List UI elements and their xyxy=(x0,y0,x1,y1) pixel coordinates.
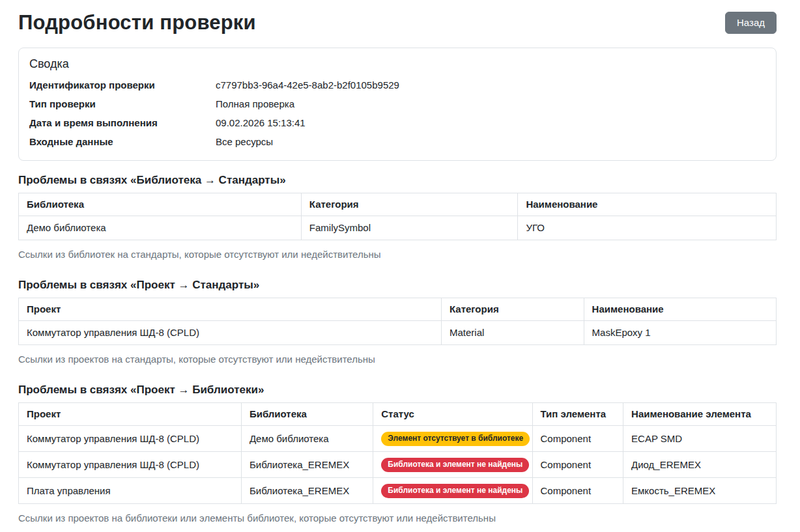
issues-header-row: ПроектБиблиотекаСтатусТип элементаНаимен… xyxy=(19,403,777,426)
table-row: Демо библиотекаFamilySymbolУГО xyxy=(19,216,777,240)
summary-value: Полная проверка xyxy=(216,99,294,109)
issues-table: БиблиотекаКатегорияНаименованиеДемо библ… xyxy=(18,193,777,240)
summary-row: Входные данныеВсе ресурсы xyxy=(29,137,765,147)
table-cell: Библиотека_EREMEX xyxy=(241,452,373,478)
column-header: Наименование xyxy=(584,298,776,321)
section-title: Проблемы в связях «Проект → Библиотеки» xyxy=(18,384,777,397)
column-header: Категория xyxy=(441,298,584,321)
summary-row: Тип проверкиПолная проверка xyxy=(29,99,765,109)
table-cell: Плата управления xyxy=(19,478,242,504)
table-cell: FamilySymbol xyxy=(301,216,518,240)
section-note: Ссылки из проектов на стандарты, которые… xyxy=(18,354,777,365)
column-header: Наименование элемента xyxy=(623,403,777,426)
check-details-page: Подробности проверки Назад Сводка Иденти… xyxy=(0,0,800,532)
table-cell: Component xyxy=(532,426,623,452)
issues-table-head: БиблиотекаКатегорияНаименование xyxy=(19,193,777,216)
table-cell: Библиотека и элемент не найдены xyxy=(373,452,532,478)
table-row: Коммутатор управления ШД-8 (CPLD)Демо би… xyxy=(19,426,777,452)
issues-table-body: Коммутатор управления ШД-8 (CPLD)Materia… xyxy=(19,321,777,345)
section-title: Проблемы в связях «Библиотека → Стандарт… xyxy=(18,174,777,187)
issues-table: ПроектБиблиотекаСтатусТип элементаНаимен… xyxy=(18,402,777,504)
table-row: Плата управленияБиблиотека_EREMEXБиблиот… xyxy=(19,478,777,504)
summary-label: Идентификатор проверки xyxy=(29,80,216,91)
column-header: Библиотека xyxy=(241,403,373,426)
table-cell: Коммутатор управления ШД-8 (CPLD) xyxy=(19,452,242,478)
summary-label: Входные данные xyxy=(29,137,216,147)
page-header: Подробности проверки Назад xyxy=(18,8,777,35)
status-badge: Библиотека и элемент не найдены xyxy=(381,484,529,498)
table-cell: Диод_EREMEX xyxy=(623,452,777,478)
table-row: Коммутатор управления ШД-8 (CPLD)Библиот… xyxy=(19,452,777,478)
column-header: Библиотека xyxy=(19,193,302,216)
table-cell: Component xyxy=(532,478,623,504)
summary-rows: Идентификатор проверкиc7797bb3-96a4-42e5… xyxy=(29,80,765,147)
issues-table: ПроектКатегорияНаименованиеКоммутатор уп… xyxy=(18,298,777,345)
issue-section: Проблемы в связях «Проект → Стандарты»Пр… xyxy=(18,279,777,365)
issue-section: Проблемы в связях «Библиотека → Стандарт… xyxy=(18,174,777,260)
summary-value: Все ресурсы xyxy=(216,137,273,147)
table-cell: Коммутатор управления ШД-8 (CPLD) xyxy=(19,426,242,452)
summary-value: 09.02.2026 15:13:41 xyxy=(216,118,306,128)
back-button[interactable]: Назад xyxy=(725,12,777,34)
summary-row: Идентификатор проверкиc7797bb3-96a4-42e5… xyxy=(29,80,765,91)
table-cell: Material xyxy=(441,321,584,345)
table-cell: Емкость_EREMEX xyxy=(623,478,777,504)
column-header: Наименование xyxy=(518,193,777,216)
issue-section: Проблемы в связях «Проект → Библиотеки»П… xyxy=(18,384,777,524)
section-note: Ссылки из проектов на библиотеки или эле… xyxy=(18,512,777,524)
summary-label: Дата и время выполнения xyxy=(29,118,216,128)
status-badge: Элемент отсутствует в библиотеке xyxy=(381,432,530,446)
column-header: Статус xyxy=(373,403,532,426)
issues-header-row: ПроектКатегорияНаименование xyxy=(19,298,777,321)
summary-value: c7797bb3-96a4-42e5-8ab2-b2f0105b9529 xyxy=(216,80,399,91)
table-row: Коммутатор управления ШД-8 (CPLD)Materia… xyxy=(19,321,777,345)
issues-table-body: Коммутатор управления ШД-8 (CPLD)Демо би… xyxy=(19,426,777,504)
table-cell: Библиотека_EREMEX xyxy=(241,478,373,504)
page-title: Подробности проверки xyxy=(18,10,256,35)
section-note: Ссылки из библиотек на стандарты, которы… xyxy=(18,249,777,260)
table-cell: Элемент отсутствует в библиотеке xyxy=(373,426,532,452)
issues-table-body: Демо библиотекаFamilySymbolУГО xyxy=(19,216,777,240)
table-cell: Component xyxy=(532,452,623,478)
sections: Проблемы в связях «Библиотека → Стандарт… xyxy=(18,174,777,524)
column-header: Категория xyxy=(301,193,518,216)
summary-label: Тип проверки xyxy=(29,99,216,109)
table-cell: ECAP SMD xyxy=(623,426,777,452)
table-cell: Коммутатор управления ШД-8 (CPLD) xyxy=(19,321,442,345)
column-header: Проект xyxy=(19,403,242,426)
table-cell: Демо библиотека xyxy=(241,426,373,452)
column-header: Проект xyxy=(19,298,442,321)
table-cell: Библиотека и элемент не найдены xyxy=(373,478,532,504)
issues-table-head: ПроектБиблиотекаСтатусТип элементаНаимен… xyxy=(19,403,777,426)
issues-header-row: БиблиотекаКатегорияНаименование xyxy=(19,193,777,216)
table-cell: УГО xyxy=(518,216,777,240)
summary-row: Дата и время выполнения09.02.2026 15:13:… xyxy=(29,118,765,128)
summary-title: Сводка xyxy=(29,57,765,71)
status-badge: Библиотека и элемент не найдены xyxy=(381,458,529,472)
section-title: Проблемы в связях «Проект → Стандарты» xyxy=(18,279,777,292)
table-cell: Демо библиотека xyxy=(19,216,302,240)
column-header: Тип элемента xyxy=(532,403,623,426)
table-cell: MaskEpoxy 1 xyxy=(584,321,776,345)
summary-card: Сводка Идентификатор проверкиc7797bb3-96… xyxy=(18,48,777,161)
issues-table-head: ПроектКатегорияНаименование xyxy=(19,298,777,321)
